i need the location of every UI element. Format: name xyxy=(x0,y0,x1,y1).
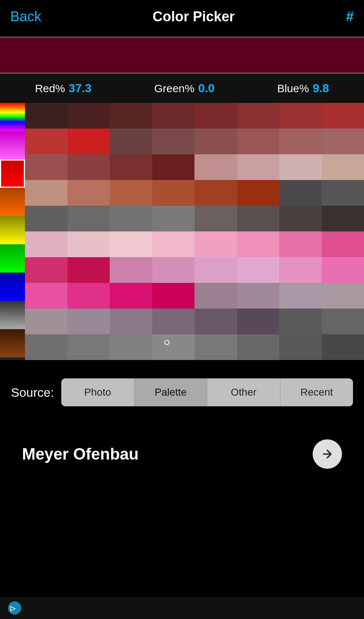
color-cell-3-4[interactable] xyxy=(110,206,152,231)
color-cell-2-8[interactable] xyxy=(194,180,237,206)
color-cell-0-2[interactable] xyxy=(110,103,152,129)
color-cell-5-7[interactable] xyxy=(68,283,110,309)
rgb-row: Red% 37.3 Green% 0.0 Blue% 9.8 xyxy=(0,73,364,103)
source-btn-recent[interactable]: Recent xyxy=(280,378,353,406)
color-cell-3-1[interactable] xyxy=(322,180,364,206)
color-cell-3-8[interactable] xyxy=(279,206,322,231)
color-cell-7-4[interactable] xyxy=(110,334,152,360)
color-cell-7-7[interactable] xyxy=(237,334,280,360)
color-cell-1-1[interactable] xyxy=(152,129,195,154)
color-cell-6-0[interactable] xyxy=(194,283,237,309)
color-cell-6-4[interactable] xyxy=(25,309,68,334)
color-cell-3-9[interactable] xyxy=(322,206,364,231)
color-cell-7-8[interactable] xyxy=(279,334,322,360)
color-swatch[interactable] xyxy=(0,37,364,73)
color-cell-5-0[interactable] xyxy=(110,257,152,283)
color-cell-1-8[interactable] xyxy=(110,154,152,180)
color-cell-6-1[interactable] xyxy=(237,283,280,309)
color-cell-5-4[interactable] xyxy=(279,257,322,283)
color-cell-2-3[interactable] xyxy=(322,154,364,180)
color-cell-7-5[interactable] xyxy=(152,334,195,360)
color-cell-1-6[interactable] xyxy=(25,154,68,180)
color-cell-2-0[interactable] xyxy=(194,154,237,180)
color-cell-4-0[interactable] xyxy=(25,231,68,257)
color-cell-1-3[interactable] xyxy=(237,129,280,154)
color-cell-5-6[interactable] xyxy=(25,283,68,309)
color-grid[interactable] xyxy=(25,103,364,360)
color-cell-4-2[interactable] xyxy=(110,231,152,257)
color-cell-7-1[interactable] xyxy=(322,309,364,334)
color-cell-2-7[interactable] xyxy=(152,180,195,206)
color-cell-4-5[interactable] xyxy=(237,231,280,257)
color-cell-2-1[interactable] xyxy=(237,154,280,180)
source-btn-palette[interactable]: Palette xyxy=(134,378,207,406)
color-cell-4-1[interactable] xyxy=(68,231,110,257)
color-cell-6-8[interactable] xyxy=(194,309,237,334)
color-cell-0-6[interactable] xyxy=(279,103,322,129)
color-cell-2-2[interactable] xyxy=(279,154,322,180)
color-cell-6-9[interactable] xyxy=(237,309,280,334)
color-cell-2-4[interactable] xyxy=(25,180,68,206)
color-cell-1-5[interactable] xyxy=(322,129,364,154)
sidebar-swatch-yellow[interactable] xyxy=(0,216,25,244)
color-cell-6-2[interactable] xyxy=(279,283,322,309)
color-cell-7-3[interactable] xyxy=(68,334,110,360)
color-cell-4-6[interactable] xyxy=(279,231,322,257)
color-cell-2-5[interactable] xyxy=(68,180,110,206)
color-cell-5-8[interactable] xyxy=(110,283,152,309)
color-cell-3-3[interactable] xyxy=(68,206,110,231)
color-cell-6-6[interactable] xyxy=(110,309,152,334)
source-btn-photo[interactable]: Photo xyxy=(61,378,134,406)
color-cell-0-9[interactable] xyxy=(68,129,110,154)
color-cell-4-3[interactable] xyxy=(152,231,195,257)
sidebar-swatch-brown[interactable] xyxy=(0,329,25,357)
color-cell-4-9[interactable] xyxy=(68,257,110,283)
color-cell-0-0[interactable] xyxy=(25,103,68,129)
color-cell-0-5[interactable] xyxy=(237,103,280,129)
color-cell-3-0[interactable] xyxy=(279,180,322,206)
sidebar-swatch-green[interactable] xyxy=(0,244,25,273)
next-button[interactable] xyxy=(313,439,342,469)
source-btn-other[interactable]: Other xyxy=(207,378,280,406)
color-cell-1-7[interactable] xyxy=(68,154,110,180)
sidebar-swatch-blue[interactable] xyxy=(0,273,25,301)
hex-button[interactable]: # xyxy=(346,9,354,25)
color-cell-0-7[interactable] xyxy=(322,103,364,129)
color-cell-6-3[interactable] xyxy=(322,283,364,309)
color-cell-5-2[interactable] xyxy=(194,257,237,283)
color-cell-4-8[interactable] xyxy=(25,257,68,283)
color-cell-7-2[interactable] xyxy=(25,334,68,360)
sidebar-swatch-orange[interactable] xyxy=(0,188,25,216)
color-cell-4-4[interactable] xyxy=(194,231,237,257)
color-cell-6-7[interactable] xyxy=(152,309,195,334)
sidebar-swatch-purple[interactable] xyxy=(0,131,25,159)
color-cell-2-6[interactable] xyxy=(110,180,152,206)
color-cell-1-2[interactable] xyxy=(194,129,237,154)
color-cell-7-9[interactable] xyxy=(322,334,364,360)
color-cell-1-0[interactable] xyxy=(110,129,152,154)
color-cell-1-9[interactable] xyxy=(152,154,195,180)
color-cell-6-5[interactable] xyxy=(68,309,110,334)
sidebar-swatch-gray[interactable] xyxy=(0,301,25,329)
color-cell-1-4[interactable] xyxy=(279,129,322,154)
color-cell-0-3[interactable] xyxy=(152,103,195,129)
color-cell-4-7[interactable] xyxy=(322,231,364,257)
color-cell-0-8[interactable] xyxy=(25,129,68,154)
sidebar-swatch-rainbow[interactable] xyxy=(0,103,25,131)
color-cell-7-0[interactable] xyxy=(279,309,322,334)
color-cell-2-9[interactable] xyxy=(237,180,280,206)
color-cell-0-4[interactable] xyxy=(194,103,237,129)
color-cell-7-6[interactable] xyxy=(194,334,237,360)
color-cell-3-6[interactable] xyxy=(194,206,237,231)
color-cell-0-1[interactable] xyxy=(68,103,110,129)
color-cell-5-9[interactable] xyxy=(152,283,195,309)
color-cell-5-3[interactable] xyxy=(237,257,280,283)
sidebar-swatch-red[interactable] xyxy=(0,159,25,188)
color-cell-3-7[interactable] xyxy=(237,206,280,231)
color-cell-5-5[interactable] xyxy=(322,257,364,283)
color-cell-3-5[interactable] xyxy=(152,206,195,231)
color-cell-5-1[interactable] xyxy=(152,257,195,283)
arrow-right-icon xyxy=(320,447,335,461)
color-cell-3-2[interactable] xyxy=(25,206,68,231)
back-button[interactable]: Back xyxy=(10,9,41,25)
